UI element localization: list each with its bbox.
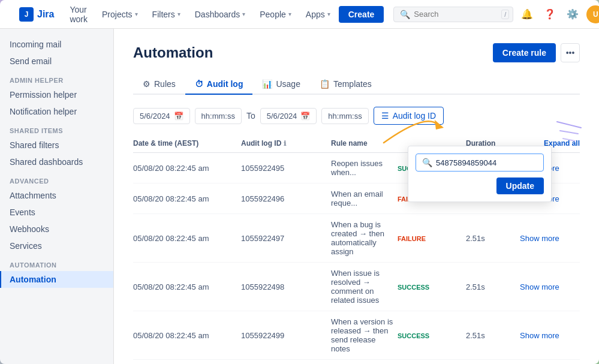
audit-log-id-popup: 🔍 Update	[408, 146, 552, 202]
notifications-button[interactable]: 🔔	[518, 5, 536, 23]
page-title: Automation	[133, 44, 213, 61]
to-date-input[interactable]: 5/6/2024 📅	[260, 108, 317, 124]
projects-chevron: ▾	[135, 11, 138, 17]
jira-logo[interactable]: J Jira	[19, 7, 54, 22]
create-rule-button[interactable]: Create rule	[493, 43, 556, 62]
nav-your-work[interactable]: Your work	[64, 1, 94, 28]
cell-datetime: 05/08/20 08:22:45 am	[133, 282, 241, 291]
audit-log-id-button[interactable]: ☰ Audit log ID	[374, 107, 444, 125]
cell-status: SUCCESS	[394, 331, 466, 340]
sidebar-item-webhooks[interactable]: Webhooks	[0, 221, 113, 237]
cell-datetime: 05/08/20 08:22:45 am	[133, 194, 241, 203]
cell-audit-log-id: 1055922498	[241, 282, 331, 291]
from-time-input[interactable]: hh:mm:ss	[195, 108, 242, 124]
tab-usage[interactable]: 📊 Usage	[252, 74, 309, 95]
sidebar-section-advanced: Advanced	[0, 170, 113, 187]
sidebar-item-services[interactable]: Services	[0, 237, 113, 254]
from-time-placeholder: hh:mm:ss	[201, 112, 235, 121]
sidebar-item-notification-helper[interactable]: Notification helper	[0, 103, 113, 120]
from-date-input[interactable]: 5/6/2024 📅	[133, 108, 190, 124]
popup-update-button[interactable]: Update	[496, 178, 544, 194]
cell-rule-name: Reopen issues when...	[331, 159, 394, 177]
tab-audit-log[interactable]: ⏱ Audit log	[185, 74, 253, 95]
user-avatar[interactable]: U	[586, 5, 599, 23]
cell-status: SUCCESS	[394, 282, 466, 291]
tab-rules[interactable]: ⚙ Rules	[133, 74, 185, 95]
dashboards-chevron: ▾	[242, 11, 245, 17]
templates-icon: 📋	[320, 79, 330, 89]
cell-datetime: 05/08/20 08:22:45 am	[133, 164, 241, 173]
popup-search-input[interactable]	[436, 158, 532, 167]
people-chevron: ▾	[288, 11, 291, 17]
show-more-link[interactable]: Show more	[520, 331, 559, 340]
nav-people[interactable]: People ▾	[254, 6, 297, 23]
cell-rule-name: When a bug is created → then automatical…	[331, 220, 394, 256]
to-time-placeholder: hh:mm:ss	[328, 112, 362, 121]
app-wrapper: J Jira Your work Projects ▾ Filters ▾ Da…	[0, 0, 599, 364]
cell-rule-name: When a version is released → then send r…	[331, 317, 394, 353]
search-icon: 🔍	[400, 10, 410, 19]
cell-duration: 2.51s	[466, 234, 520, 243]
list-icon: ☰	[381, 111, 389, 121]
sidebar-item-automation[interactable]: Automation	[0, 271, 113, 288]
table-row: 05/08/20 08:22:45 am 1055922499 When a v…	[133, 311, 580, 360]
filter-row: 5/6/2024 📅 hh:mm:ss To 5/6/2024 📅 hh:mm:…	[133, 107, 580, 125]
to-label: To	[246, 111, 255, 121]
status-badge: SUCCESS	[394, 282, 433, 292]
search-box[interactable]: 🔍 /	[393, 7, 513, 22]
usage-icon: 📊	[262, 79, 272, 89]
cell-audit-log-id: 1055922499	[241, 331, 331, 340]
status-badge: SUCCESS	[394, 331, 433, 341]
sidebar-item-events[interactable]: Events	[0, 204, 113, 221]
cell-duration: 2.51s	[466, 282, 520, 291]
search-input[interactable]	[414, 10, 498, 19]
sidebar-section-shared-items: Shared Items	[0, 120, 113, 137]
col-datetime: Date & time (AEST)	[133, 139, 241, 148]
sidebar-item-attachments[interactable]: Attachments	[0, 187, 113, 204]
create-button[interactable]: Create	[339, 6, 384, 23]
cell-audit-log-id: 1055922497	[241, 234, 331, 243]
show-more-link[interactable]: Show more	[520, 234, 559, 243]
search-shortcut: /	[501, 10, 509, 19]
sidebar-section-automation: Automation	[0, 254, 113, 271]
nav-projects[interactable]: Projects ▾	[96, 6, 144, 23]
nav-dashboards[interactable]: Dashboards ▾	[189, 6, 252, 23]
settings-button[interactable]: ⚙️	[564, 5, 582, 23]
top-nav: J Jira Your work Projects ▾ Filters ▾ Da…	[0, 0, 599, 29]
table-row: 05/08/20 08:22:45 am 1055922498 When iss…	[133, 263, 580, 311]
grid-icon[interactable]	[7, 9, 10, 20]
to-calendar-icon: 📅	[300, 112, 310, 121]
main-layout: Incoming mail Send email Admin Helper Pe…	[0, 29, 599, 364]
table-row: 05/08/20 08:22:45 am 1055922497 When a b…	[133, 214, 580, 263]
rules-icon: ⚙	[143, 79, 150, 89]
show-more-link[interactable]: Show more	[520, 282, 559, 291]
nav-apps[interactable]: Apps ▾	[300, 6, 336, 23]
popup-search-icon: 🔍	[422, 158, 432, 167]
col-rule-name: Rule name	[331, 139, 394, 148]
audit-log-icon: ⏱	[195, 79, 203, 89]
main-content: Automation Create rule ••• ⚙ Rules ⏱ Aud…	[114, 29, 599, 364]
tabs: ⚙ Rules ⏱ Audit log 📊 Usage 📋 Templates	[133, 74, 580, 95]
sidebar-item-permission-helper[interactable]: Permission helper	[0, 86, 113, 103]
header-actions: Create rule •••	[493, 43, 580, 62]
sidebar: Incoming mail Send email Admin Helper Pe…	[0, 29, 114, 364]
sidebar-section-admin-helper: Admin Helper	[0, 70, 113, 86]
help-button[interactable]: ❓	[541, 5, 559, 23]
nav-filters[interactable]: Filters ▾	[146, 6, 186, 23]
tab-templates[interactable]: 📋 Templates	[310, 74, 381, 95]
to-date-value: 5/6/2024	[267, 112, 297, 121]
more-options-button[interactable]: •••	[561, 43, 580, 62]
cell-status: FAILURE	[394, 234, 466, 243]
cell-audit-log-id: 1055922496	[241, 194, 331, 203]
sidebar-item-shared-dashboards[interactable]: Shared dashboards	[0, 154, 113, 170]
popup-search-box[interactable]: 🔍	[416, 154, 544, 172]
sidebar-item-send-email[interactable]: Send email	[0, 53, 113, 70]
col-audit-log-id: Audit log ID ℹ	[241, 139, 331, 148]
cell-rule-name: When issue is resolved → comment on rela…	[331, 269, 394, 305]
cell-datetime: 05/08/20 08:22:45 am	[133, 234, 241, 243]
to-time-input[interactable]: hh:mm:ss	[321, 108, 368, 124]
sidebar-item-incoming-mail[interactable]: Incoming mail	[0, 36, 113, 53]
sidebar-item-shared-filters[interactable]: Shared filters	[0, 137, 113, 154]
cell-datetime: 05/08/20 08:22:45 am	[133, 331, 241, 340]
jira-logo-text: Jira	[37, 9, 54, 20]
